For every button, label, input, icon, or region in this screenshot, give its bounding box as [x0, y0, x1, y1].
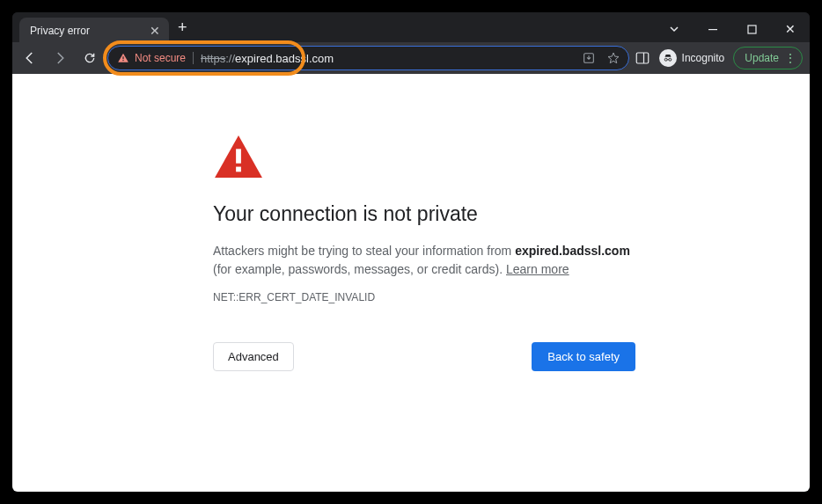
- svg-rect-1: [748, 26, 756, 33]
- reload-button[interactable]: [77, 46, 102, 70]
- back-to-safety-button[interactable]: Back to safety: [532, 342, 635, 371]
- url-separator: ://: [225, 52, 235, 65]
- incognito-label: Incognito: [682, 52, 725, 64]
- svg-rect-5: [636, 53, 649, 63]
- tab-strip: Privacy error ✕ +: [12, 12, 194, 42]
- toolbar-right: Incognito Update ⋮: [635, 47, 803, 69]
- omnibox-actions: [581, 50, 621, 66]
- maximize-button[interactable]: [732, 16, 771, 42]
- body-host: expired.badssl.com: [515, 244, 630, 258]
- svg-rect-2: [122, 56, 123, 59]
- body-pre: Attackers might be trying to steal your …: [213, 244, 515, 258]
- url-host: expired.badssl.com: [235, 52, 334, 65]
- toolbar: Not secure https://expired.badssl.com: [12, 42, 810, 74]
- page-heading: Your connection is not private: [213, 202, 635, 226]
- side-panel-icon[interactable]: [635, 50, 650, 66]
- address-bar[interactable]: Not secure https://expired.badssl.com: [107, 46, 629, 70]
- body-post: (for example, passwords, messages, or cr…: [213, 262, 506, 276]
- tab-active[interactable]: Privacy error ✕: [19, 18, 169, 44]
- warning-body: Attackers might be trying to steal your …: [213, 242, 635, 279]
- minimize-button[interactable]: [694, 16, 732, 42]
- forward-button: [48, 46, 72, 70]
- update-label: Update: [745, 52, 779, 64]
- separator: [193, 52, 194, 64]
- close-window-button[interactable]: ✕: [771, 16, 810, 42]
- svg-point-8: [668, 58, 671, 61]
- svg-point-7: [664, 58, 667, 61]
- url-text: https://expired.badssl.com: [201, 52, 334, 65]
- advanced-button[interactable]: Advanced: [213, 342, 294, 371]
- svg-rect-0: [708, 29, 717, 30]
- tab-search-button[interactable]: [655, 16, 694, 42]
- svg-rect-3: [122, 60, 123, 61]
- close-icon[interactable]: ✕: [150, 25, 160, 37]
- update-button[interactable]: Update ⋮: [733, 47, 803, 69]
- security-label: Not secure: [135, 52, 186, 64]
- install-icon[interactable]: [581, 50, 597, 66]
- new-tab-button[interactable]: +: [169, 18, 194, 37]
- security-chip[interactable]: Not secure: [117, 52, 186, 64]
- title-bar: Privacy error ✕ + ✕: [12, 12, 810, 42]
- warning-triangle-icon: [117, 52, 129, 64]
- back-button[interactable]: [18, 46, 42, 70]
- error-code: NET::ERR_CERT_DATE_INVALID: [213, 291, 635, 303]
- warning-triangle-icon: [213, 134, 635, 179]
- incognito-icon: [659, 49, 677, 67]
- tab-title: Privacy error: [30, 25, 90, 37]
- interstitial: Your connection is not private Attackers…: [213, 134, 635, 371]
- address-bar-wrap: Not secure https://expired.badssl.com: [107, 46, 629, 70]
- menu-icon: ⋮: [784, 51, 796, 65]
- page-content: Your connection is not private Attackers…: [12, 74, 810, 492]
- bookmark-icon[interactable]: [605, 50, 621, 66]
- svg-rect-10: [236, 149, 241, 163]
- browser-window: Privacy error ✕ + ✕: [12, 12, 810, 492]
- incognito-indicator[interactable]: Incognito: [659, 49, 725, 67]
- window-controls: ✕: [655, 16, 810, 42]
- learn-more-link[interactable]: Learn more: [506, 262, 569, 276]
- url-scheme: https: [201, 52, 225, 65]
- button-row: Advanced Back to safety: [213, 342, 635, 371]
- svg-rect-11: [236, 167, 241, 172]
